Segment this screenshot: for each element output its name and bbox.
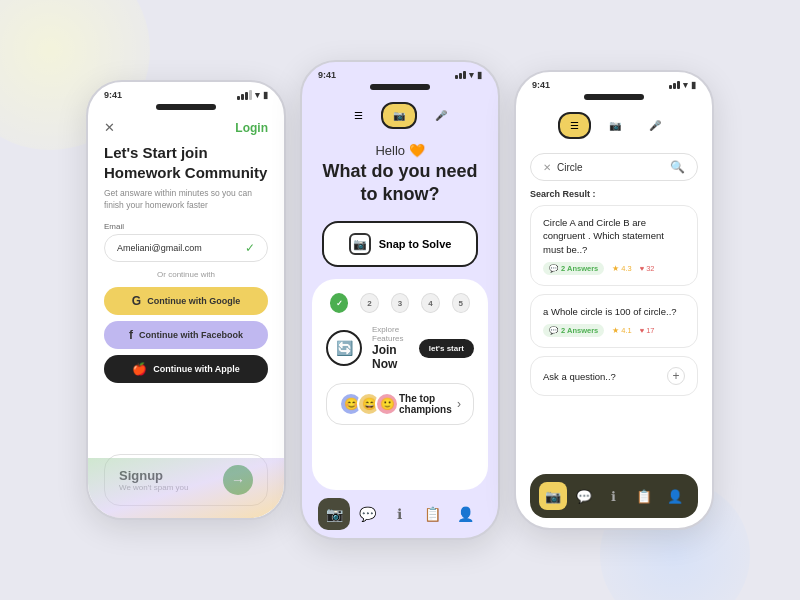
mic-tab-icon: 🎤: [435, 110, 447, 121]
wifi-icon-2: ▾: [469, 70, 474, 80]
feature-text: Explore Features Join Now: [362, 325, 419, 371]
p1-title: Let's Start join Homework Community: [104, 143, 268, 182]
phone-1: 9:41 ▾ ▮ ✕ Login: [86, 80, 286, 520]
ask-question-card[interactable]: Ask a question..? +: [530, 356, 698, 396]
feature-label: Explore Features: [372, 325, 409, 343]
card-1-meta: 💬 2 Answers ★ 4.3 ♥ 32: [543, 262, 685, 275]
signup-text: Signup We won't spam you: [119, 468, 188, 492]
result-card-1[interactable]: Circle A and Circle B are congruent . Wh…: [530, 205, 698, 286]
snap-to-solve-button[interactable]: 📷 Snap to Solve: [322, 221, 478, 267]
p2-hello: Hello 🧡: [302, 143, 498, 158]
nav-camera-button[interactable]: 📷: [318, 498, 350, 530]
avatar-3: 🙂: [375, 392, 399, 416]
signup-arrow-button[interactable]: →: [223, 465, 253, 495]
nav-profile-button[interactable]: 👤: [450, 498, 482, 530]
add-question-button[interactable]: +: [667, 367, 685, 385]
likes-1: ♥ 32: [640, 264, 655, 273]
answer-icon-2: 💬: [549, 326, 558, 335]
p3-nav-chat[interactable]: 💬: [570, 482, 598, 510]
p3-bottom-nav: 📷 💬 ℹ 📋 👤: [530, 474, 698, 518]
signal-icon-2: [455, 71, 466, 79]
p2-bottom-nav: 📷 💬 ℹ 📋 👤: [302, 490, 498, 538]
p3-tab-mic[interactable]: 🎤: [639, 114, 671, 137]
notch-3: [584, 94, 644, 100]
p1-subtitle: Get answare within minutes so you can fi…: [104, 188, 268, 212]
signal-icon-3: [669, 81, 680, 89]
text-tab-icon: ☰: [354, 110, 363, 121]
rating-2: ★ 4.1: [612, 326, 631, 335]
nav-chat-button[interactable]: 💬: [351, 498, 383, 530]
battery-icon-2: ▮: [477, 70, 482, 80]
step-1: ✓: [330, 293, 348, 313]
question-2: a Whole circle is 100 of circle..?: [543, 305, 685, 318]
answers-1: 💬 2 Answers: [543, 262, 604, 275]
email-input[interactable]: Ameliani@gmail.com ✓: [104, 234, 268, 262]
question-1: Circle A and Circle B are congruent . Wh…: [543, 216, 685, 256]
p1-content: Let's Start join Homework Community Get …: [88, 143, 284, 454]
nav-info-button[interactable]: ℹ: [384, 498, 416, 530]
result-label: Search Result :: [516, 189, 712, 205]
p2-tab-camera[interactable]: 📷: [381, 102, 417, 129]
camera-tab-icon: 📷: [393, 110, 405, 121]
search-icon[interactable]: 🔍: [670, 160, 685, 174]
champions-label: The top champions: [399, 393, 457, 415]
p3-nav-profile[interactable]: 👤: [661, 482, 689, 510]
p3-nav-camera[interactable]: 📷: [539, 482, 567, 510]
p2-white-card: ✓ 2 3 4 5 🔄 Explore Features Join Now: [312, 279, 488, 490]
step-2: 2: [360, 293, 378, 313]
time-3: 9:41: [532, 80, 550, 90]
rating-1: ★ 4.3: [612, 264, 631, 273]
time-1: 9:41: [104, 90, 122, 100]
p3-tab-text[interactable]: ☰: [558, 112, 591, 139]
signup-subtitle: We won't spam you: [119, 483, 188, 492]
heart-icon-2: ♥: [640, 326, 644, 335]
email-label: Email: [104, 222, 268, 231]
status-bar-1: 9:41 ▾ ▮: [88, 82, 284, 104]
heart-icon-1: ♥: [640, 264, 644, 273]
facebook-button[interactable]: f Continue with Facebook: [104, 321, 268, 349]
facebook-icon: f: [129, 328, 133, 342]
chevron-right-icon[interactable]: ›: [457, 397, 461, 411]
card-2-meta: 💬 2 Answers ★ 4.1 ♥ 17: [543, 324, 685, 337]
camera-icon: 📷: [349, 233, 371, 255]
close-button[interactable]: ✕: [104, 120, 115, 135]
or-divider: Or continue with: [104, 270, 268, 279]
apple-button[interactable]: 🍎 Continue with Apple: [104, 355, 268, 383]
p2-tab-mic[interactable]: 🎤: [425, 104, 457, 127]
p1-header: ✕ Login: [88, 116, 284, 143]
google-button[interactable]: G Continue with Google: [104, 287, 268, 315]
apple-icon: 🍎: [132, 362, 147, 376]
feature-icon: 🔄: [326, 330, 362, 366]
feature-row: 🔄 Explore Features Join Now let's start: [326, 325, 474, 371]
p2-tab-text[interactable]: ☰: [344, 104, 373, 127]
wifi-icon: ▾: [255, 90, 260, 100]
lets-start-button[interactable]: let's start: [419, 339, 474, 358]
battery-icon: ▮: [263, 90, 268, 100]
status-bar-2: 9:41 ▾ ▮: [302, 62, 498, 84]
p3-nav-info[interactable]: ℹ: [600, 482, 628, 510]
p3-tab-camera[interactable]: 📷: [599, 114, 631, 137]
notch-1: [156, 104, 216, 110]
nav-list-button[interactable]: 📋: [417, 498, 449, 530]
signup-section: Signup We won't spam you →: [104, 454, 268, 506]
check-icon: ✓: [245, 241, 255, 255]
p3-top-tabs: ☰ 📷 🎤: [532, 106, 696, 145]
p3-nav-list[interactable]: 📋: [630, 482, 658, 510]
status-icons-3: ▾ ▮: [669, 80, 696, 90]
step-5: 5: [452, 293, 470, 313]
search-input[interactable]: Circle: [557, 162, 664, 173]
notch-2: [370, 84, 430, 90]
phone-3: 9:41 ▾ ▮ ☰ 📷: [514, 70, 714, 530]
clear-search-icon[interactable]: ✕: [543, 162, 551, 173]
status-bar-3: 9:41 ▾ ▮: [516, 72, 712, 94]
result-card-2[interactable]: a Whole circle is 100 of circle..? 💬 2 A…: [530, 294, 698, 348]
time-2: 9:41: [318, 70, 336, 80]
p2-question: What do you need to know?: [322, 160, 478, 205]
login-button[interactable]: Login: [235, 121, 268, 135]
search-bar[interactable]: ✕ Circle 🔍: [530, 153, 698, 181]
star-icon-1: ★: [612, 264, 619, 273]
champions-card: 😊 😄 🙂 The top champions ›: [326, 383, 474, 425]
step-4: 4: [421, 293, 439, 313]
answers-2: 💬 2 Answers: [543, 324, 604, 337]
phone-2: 9:41 ▾ ▮ ☰ 📷: [300, 60, 500, 540]
